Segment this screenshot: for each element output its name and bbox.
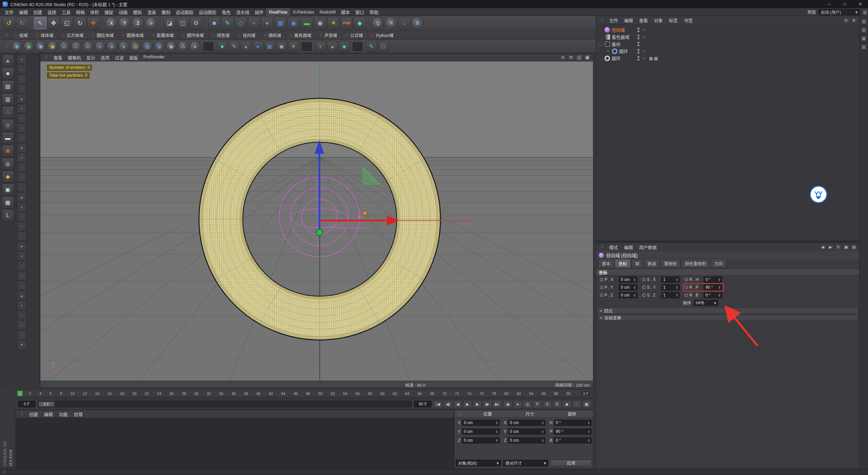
solo-mode-icon[interactable]: ◎	[2, 158, 14, 170]
rotation-input[interactable]: 0 ° ▴▾	[554, 437, 592, 443]
menu-item[interactable]: 脚本	[338, 8, 353, 16]
size-mode-select[interactable]: 绝对尺寸 ▾	[503, 460, 549, 467]
field-preset-button[interactable]: ∴ 球体域	[32, 31, 58, 39]
quantize-icon[interactable]: ▦	[2, 196, 14, 208]
rf-collider-icon[interactable]: ◉	[276, 41, 287, 52]
menu-item[interactable]: 动画	[116, 8, 130, 16]
modeling-palette-icon[interactable]: ▫	[17, 173, 26, 182]
viewport-menu-item[interactable]: 查看	[51, 54, 65, 61]
stepper[interactable]: ▴▾	[633, 286, 636, 289]
enable-check-icon[interactable]: ✓	[643, 35, 649, 39]
realflow-tool-icon[interactable]: ∴	[59, 41, 70, 52]
search-icon[interactable]: ◎	[843, 17, 849, 23]
lock-icon[interactable]: ▣	[843, 244, 849, 250]
modeling-palette-icon[interactable]: ◦	[17, 64, 26, 74]
menu-item[interactable]: 选择	[45, 8, 59, 16]
menu-item[interactable]: 体积	[87, 8, 102, 16]
environment-menu[interactable]: ▬	[301, 17, 313, 29]
record-rotation-toggle[interactable]: R	[553, 400, 561, 408]
om-menu-item[interactable]: 查看	[636, 17, 651, 23]
texture-mode-icon[interactable]: ▨	[2, 80, 14, 92]
menu-item[interactable]: X-Particles	[290, 8, 317, 16]
polygons-mode-icon[interactable]: ▬	[2, 132, 14, 144]
playback-options-button[interactable]: ▦	[582, 400, 591, 408]
field-preset-button[interactable]: ∴ 立方体域	[58, 31, 88, 39]
realflow-tool-icon[interactable]: ●	[119, 41, 129, 52]
rf-grid-icon[interactable]: ▦	[264, 41, 275, 52]
material-menu-item[interactable]: 功能	[56, 411, 71, 417]
am-menu-item[interactable]: 用户数据	[636, 244, 659, 250]
minimize-button[interactable]: ─	[821, 0, 837, 8]
field-preset-button[interactable]: ∴ 组域	[11, 31, 32, 39]
visibility-dots[interactable]	[637, 56, 639, 61]
camera-menu[interactable]: ◉	[314, 17, 326, 29]
size-input[interactable]: 0 cm ▴▾	[508, 429, 546, 435]
keyframe-dot[interactable]	[600, 278, 603, 281]
keyframe-dot[interactable]	[642, 278, 646, 281]
scale-tool[interactable]: ◱	[61, 17, 73, 29]
rf-mesher-icon[interactable]: ■	[217, 41, 228, 52]
viewport-canvas[interactable]: Number of emitters: 0 Total live particl…	[40, 61, 593, 381]
play-button[interactable]: ▶	[463, 400, 472, 408]
record-pla-toggle[interactable]: ∴	[572, 400, 581, 408]
record-parameter-toggle[interactable]: ◆	[563, 400, 571, 408]
field-preset-button[interactable]: ∴ 随机域	[260, 31, 285, 39]
menu-item[interactable]: 运动跟踪	[173, 8, 196, 16]
field-preset-button[interactable]: ∴ 声音域	[316, 31, 341, 39]
modeling-palette-icon[interactable]: ∙	[17, 281, 26, 290]
divider[interactable]	[203, 42, 214, 51]
rf-branch-icon[interactable]: Y	[315, 41, 326, 52]
keyframe-dot[interactable]	[685, 278, 688, 281]
param-input[interactable]: 90 ° ▴▾	[704, 284, 722, 290]
plugin-r-icon[interactable]: R	[385, 17, 397, 29]
drag-grip-icon[interactable]: ⠿	[20, 412, 23, 416]
rf-pen-icon[interactable]: ✎	[366, 41, 377, 52]
realflow-tool-icon[interactable]: ◉	[154, 41, 165, 52]
last-used-tool[interactable]: ✛	[87, 17, 99, 29]
field-preset-button[interactable]: ∴ 圆环体域	[178, 31, 208, 39]
keyframe-dot[interactable]	[600, 286, 603, 289]
attribute-tab[interactable]: 颜色重映射	[681, 259, 710, 268]
menu-item[interactable]: 网格	[73, 8, 87, 16]
om-menu-item[interactable]: 对象	[651, 17, 666, 23]
realflow-tool-icon[interactable]: ●	[190, 41, 200, 52]
realflow-tool-icon[interactable]: ∴	[83, 41, 94, 52]
renderbus-badge[interactable]	[810, 186, 827, 203]
material-menu-item[interactable]: 编辑	[41, 411, 56, 417]
realflow-tool-icon[interactable]: ◎	[131, 41, 141, 52]
attribute-tab[interactable]: 重映射	[660, 259, 681, 268]
object-row[interactable]: − 备份	[596, 40, 859, 48]
attribute-tab[interactable]: 基本	[598, 259, 614, 268]
param-input[interactable]: 1 ▴▾	[661, 277, 680, 283]
timeline-ruler[interactable]: 0246810121416182022242628303234363840424…	[16, 390, 593, 397]
modeling-palette-icon[interactable]: ▪	[17, 301, 26, 310]
toggle-layout-icon[interactable]: ▣	[584, 54, 591, 60]
menu-item[interactable]: 模拟	[130, 8, 144, 16]
modeling-palette-icon[interactable]: ▾	[17, 242, 26, 251]
downloader-icon[interactable]: ↓	[398, 17, 411, 29]
stepper[interactable]: ▴▾	[587, 430, 591, 433]
keyframe-selection-button[interactable]: ◎	[523, 400, 532, 408]
realflow-tool-icon[interactable]: ●	[107, 41, 117, 52]
menu-item[interactable]: 角色	[219, 8, 233, 16]
menu-item[interactable]: 雕刻	[159, 8, 173, 16]
stepper[interactable]: ▴▾	[541, 430, 545, 433]
redo-icon[interactable]: ↻	[16, 17, 28, 29]
viewport-menu-item[interactable]: 过滤	[112, 54, 126, 61]
stepper[interactable]: ▴▾	[717, 278, 721, 281]
order-select[interactable]: HPB ▾	[694, 300, 718, 306]
field-preset-button[interactable]: ∴ 着色器域	[285, 31, 316, 39]
material-menu-item[interactable]: 创建	[26, 411, 41, 417]
rotation-input[interactable]: 0 ° ▴▾	[554, 420, 592, 426]
field-preset-button[interactable]: ∴ 线性域	[208, 31, 234, 39]
drag-grip-icon[interactable]: ⠿	[45, 55, 48, 60]
realflow-tool-icon[interactable]: ◉	[36, 41, 46, 52]
orbit-view-icon[interactable]: ↻	[568, 54, 575, 60]
viewport-menu-item[interactable]: 摄像机	[65, 54, 84, 61]
realflow-tool-icon[interactable]: ◉	[166, 41, 177, 52]
object-row[interactable]: 圆环 ✓ ▦ ▦	[596, 55, 859, 62]
pan-view-icon[interactable]: ✛	[559, 54, 567, 60]
keyframe-dot[interactable]	[685, 286, 688, 289]
rf-paint-icon[interactable]: ✎	[229, 41, 239, 52]
axis-mode-icon[interactable]: ⊕	[2, 145, 14, 157]
